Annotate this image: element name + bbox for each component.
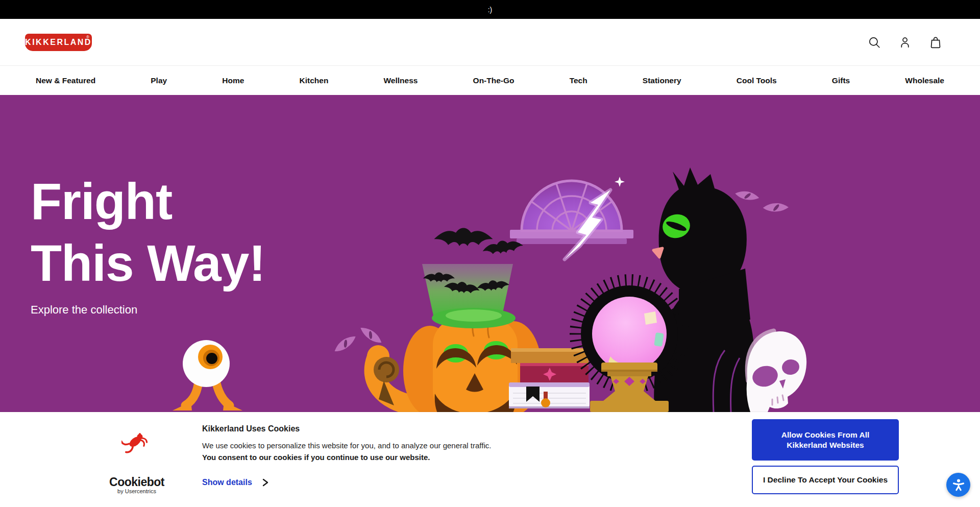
kikkerland-frog-icon	[121, 426, 149, 457]
chevron-right-icon	[262, 478, 268, 487]
show-details-label: Show details	[202, 478, 252, 487]
smiley-text: :)	[488, 6, 493, 14]
nav-item-tech[interactable]: Tech	[570, 76, 587, 85]
nav-item-on-the-go[interactable]: On-The-Go	[473, 76, 514, 85]
hero-title: Fright This Way!	[31, 171, 265, 294]
top-status-bar: :)	[0, 0, 980, 19]
nav-item-play[interactable]: Play	[151, 76, 167, 85]
show-details-link[interactable]: Show details	[202, 478, 268, 487]
nav-item-stationery[interactable]: Stationery	[643, 76, 681, 85]
nav-item-new-featured[interactable]: New & Featured	[36, 76, 95, 85]
cookie-consent-banner: Cookiebot by Usercentrics Kikkerland Use…	[0, 412, 980, 507]
logo-text: KIKKERLAND	[25, 38, 92, 47]
spooky-eyes	[332, 335, 358, 353]
cookie-body-line1: We use cookies to personalize this websi…	[202, 441, 491, 450]
hero-text: Fright This Way! Explore the collection	[31, 171, 265, 317]
eyeball-creature	[173, 340, 242, 411]
accessibility-icon	[951, 478, 966, 492]
header-icons	[867, 35, 943, 50]
site-header: KIKKERLAND ®	[0, 19, 980, 66]
search-icon[interactable]	[867, 35, 882, 50]
kikkerland-logo[interactable]: KIKKERLAND ®	[25, 34, 92, 51]
nav-item-gifts[interactable]: Gifts	[832, 76, 850, 85]
cart-icon[interactable]	[928, 35, 943, 50]
account-icon[interactable]	[897, 35, 913, 50]
bat-icon	[434, 228, 493, 246]
nav-item-home[interactable]: Home	[222, 76, 244, 85]
nav-item-cool-tools[interactable]: Cool Tools	[737, 76, 777, 85]
window-illustration	[510, 177, 633, 259]
book-stack	[509, 348, 590, 408]
cookie-body-line2: You consent to our cookies if you contin…	[202, 453, 491, 462]
black-cat	[653, 167, 754, 412]
kikkerland-homepage: { "topbar": { "status_text": ":)" }, "he…	[0, 0, 980, 507]
hero-subtitle: Explore the collection	[31, 303, 265, 317]
nav-item-wellness[interactable]: Wellness	[384, 76, 418, 85]
spooky-eyes	[734, 186, 760, 205]
nav-item-kitchen[interactable]: Kitchen	[300, 76, 329, 85]
cookie-message: Kikkerland Uses Cookies We use cookies t…	[202, 424, 491, 462]
cookie-title: Kikkerland Uses Cookies	[202, 424, 491, 433]
accessibility-widget-button[interactable]	[946, 473, 970, 497]
main-nav: New & Featured Play Home Kitchen Wellnes…	[0, 66, 980, 95]
cookiebot-name: Cookiebot	[107, 475, 166, 489]
hero-banner[interactable]: Fright This Way! Explore the collection	[0, 95, 980, 412]
allow-cookies-button[interactable]: Allow Cookies From All Kikkerland Websit…	[752, 419, 899, 461]
registered-trademark: ®	[86, 35, 89, 39]
cookiebot-logo: Cookiebot by Usercentrics	[107, 475, 166, 494]
nav-item-wholesale[interactable]: Wholesale	[905, 76, 944, 85]
skull	[747, 331, 806, 412]
decline-cookies-button[interactable]: I Decline To Accept Your Cookies	[752, 466, 899, 494]
